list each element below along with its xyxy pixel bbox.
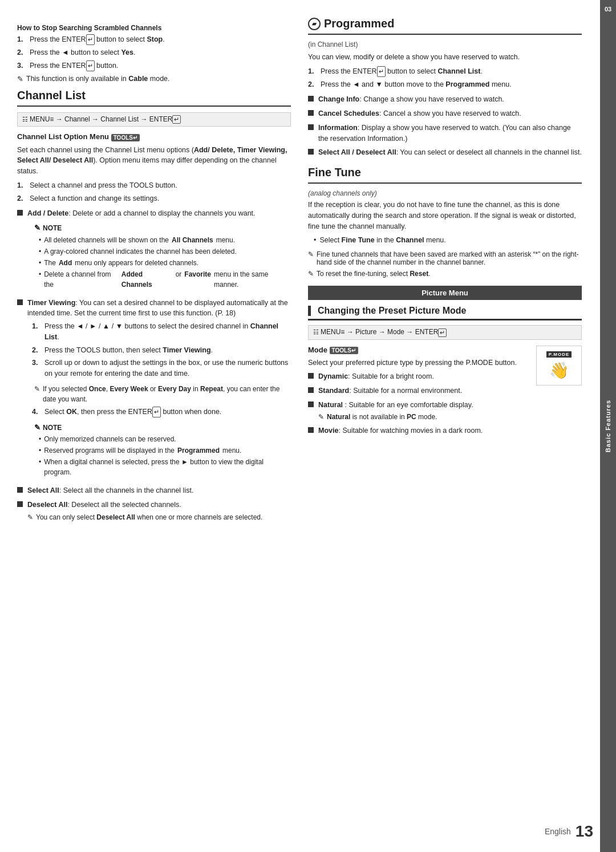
- channel-list-menu-path: ☷ MENU≡ → Channel → Channel List → ENTER…: [17, 112, 291, 127]
- square-icon: [17, 501, 23, 507]
- note-list-2: Only memorized channels can be reserved.…: [34, 434, 291, 477]
- programmed-description: You can view, modify or delete a show yo…: [308, 52, 582, 63]
- list-item: 4. Select OK, then press the ENTER↵ butt…: [32, 407, 291, 417]
- square-icon: [308, 124, 314, 130]
- channel-list-option-menu-heading: Channel List Option Menu TOOLS↵: [17, 132, 291, 141]
- pmode-image: P.MODE 👋: [536, 346, 582, 386]
- deselect-note: ✎ You can only select Deselect All when …: [27, 512, 262, 522]
- note-pencil-icon: ✎: [318, 412, 324, 422]
- enter-icon: ↵: [86, 34, 95, 45]
- chapter-label: Basic Features: [605, 400, 611, 452]
- fine-tune-note-2: ✎ To reset the fine-tuning, select Reset…: [308, 270, 582, 278]
- square-icon: [308, 110, 314, 116]
- square-icon: [308, 387, 314, 393]
- note-pencil-icon: ✎: [34, 384, 40, 394]
- picture-menu-path: ☷ MENU≡ → Picture → Mode → ENTER↵: [308, 325, 582, 339]
- analog-note: (analog channels only): [308, 189, 582, 197]
- list-item: Select Fine Tune in the Channel menu.: [314, 235, 582, 246]
- list-item: 2. Select a function and change its sett…: [17, 193, 291, 204]
- list-item: 2. Press the ◄ button to select Yes.: [17, 47, 291, 58]
- note-pencil-icon: ✎: [34, 222, 40, 234]
- square-icon: [308, 401, 314, 407]
- square-icon: [308, 149, 314, 155]
- list-item: When a digital channel is selected, pres…: [39, 457, 291, 477]
- list-item: Select All / Deselect All: You can selec…: [308, 147, 582, 158]
- list-item: Delete a channel from the Added Channels…: [39, 269, 291, 290]
- menu-icon: ☷: [313, 328, 319, 336]
- programmed-title: ▰ Programmed: [308, 17, 582, 35]
- how-to-stop-list: 1. Press the ENTER↵ button to select Sto…: [17, 34, 291, 84]
- list-item: 1. Press the ◄ / ► / ▲ / ▼ buttons to se…: [32, 321, 291, 343]
- square-icon: [17, 299, 23, 305]
- menu-icon: ☷: [22, 116, 28, 123]
- list-item: Natural : Suitable for an eye comfortabl…: [308, 400, 530, 422]
- list-item: Timer Viewing: You can set a desired cha…: [17, 298, 291, 482]
- pmode-hand-icon: 👋: [549, 361, 569, 380]
- note-pencil-icon: ✎: [17, 74, 23, 85]
- left-column: How to Stop Searching Scrambled Channels…: [17, 17, 291, 835]
- list-item: ✎ This function is only available in Cab…: [17, 74, 291, 85]
- channel-list-title: Channel List: [17, 89, 291, 107]
- note-block: ✎ NOTE All deleted channels will be show…: [27, 222, 291, 290]
- substep-note: ✎ If you selected Once, Every Week or Ev…: [27, 384, 291, 404]
- channel-list-section: Channel List ☷ MENU≡ → Channel → Channel…: [17, 89, 291, 522]
- fine-tune-title: Fine Tune: [308, 166, 582, 184]
- mode-list: Dynamic: Suitable for a bright room. Sta…: [308, 371, 530, 436]
- list-item: The Add menu only appears for deleted ch…: [39, 258, 291, 268]
- right-column: ▰ Programmed (in Channel List) You can v…: [308, 17, 582, 835]
- list-item: Select All: Select all the channels in t…: [17, 485, 291, 496]
- list-item: Only memorized channels can be reserved.: [39, 434, 291, 444]
- chapter-number: 03: [605, 6, 611, 13]
- list-item: Dynamic: Suitable for a bright room.: [308, 371, 530, 382]
- fine-tune-bullets: Select Fine Tune in the Channel menu.: [308, 235, 582, 246]
- accent-bar: [308, 306, 311, 316]
- list-item: 2. Press the ◄ and ▼ button move to the …: [308, 79, 582, 90]
- in-channel-note: (in Channel List): [308, 40, 582, 48]
- timer-viewing-steps: 1. Press the ◄ / ► / ▲ / ▼ buttons to se…: [27, 321, 291, 379]
- list-item: Cancel Schedules: Cancel a show you have…: [308, 108, 582, 119]
- note-block-2: ✎ NOTE Only memorized channels can be re…: [27, 422, 291, 478]
- list-item: 1. Press the ENTER↵ button to select Cha…: [308, 66, 582, 77]
- list-item: 3. Press the ENTER↵ button.: [17, 60, 291, 71]
- enter-icon: ↵: [377, 66, 386, 77]
- footer-page-number: 13: [576, 822, 593, 841]
- programmed-steps: 1. Press the ENTER↵ button to select Cha…: [308, 66, 582, 90]
- channel-list-items: Add / Delete: Delete or add a channel to…: [17, 208, 291, 522]
- enter-icon: ↵: [86, 60, 95, 71]
- note-list: All deleted channels will be shown on th…: [34, 235, 291, 290]
- programmed-section: ▰ Programmed (in Channel List) You can v…: [308, 17, 582, 158]
- timer-viewing-steps-cont: 4. Select OK, then press the ENTER↵ butt…: [27, 407, 291, 417]
- note-pencil-icon: ✎: [34, 422, 40, 433]
- side-tab: 03 Basic Features: [600, 0, 616, 852]
- programmed-icon: ▰: [308, 18, 321, 30]
- list-item: A gray-colored channel indicates the cha…: [39, 246, 291, 257]
- footer-language: English: [545, 827, 571, 836]
- mode-section: Mode TOOLS↵ Select your preferred pictur…: [308, 346, 582, 441]
- mode-heading: Mode TOOLS↵: [308, 346, 530, 354]
- list-item: Reserved programs will be displayed in t…: [39, 445, 291, 456]
- pmode-label: P.MODE: [546, 351, 572, 358]
- square-icon: [17, 210, 23, 216]
- square-icon: [308, 427, 314, 433]
- channel-list-steps: 1. Select a channel and press the TOOLS …: [17, 180, 291, 204]
- list-item: 1. Select a channel and press the TOOLS …: [17, 180, 291, 191]
- mode-content: Mode TOOLS↵ Select your preferred pictur…: [308, 346, 530, 441]
- tools-badge: TOOLS↵: [330, 347, 358, 354]
- enter-icon: ↵: [438, 328, 447, 337]
- footer: English 13: [545, 822, 593, 841]
- note-pencil-icon: ✎: [27, 512, 33, 522]
- square-icon: [308, 96, 314, 102]
- list-item: 1. Press the ENTER↵ button to select Sto…: [17, 34, 291, 45]
- channel-list-description: Set each channel using the Channel List …: [17, 145, 291, 177]
- list-item: 3. Scroll up or down to adjust the setti…: [32, 358, 291, 379]
- picture-menu-bar: Picture Menu: [308, 286, 582, 300]
- enter-icon: ↵: [172, 115, 181, 124]
- list-item: Standard: Suitable for a normal environm…: [308, 386, 530, 396]
- list-item: Movie: Suitable for watching movies in a…: [308, 425, 530, 436]
- list-item: 2. Press the TOOLS button, then select T…: [32, 345, 291, 356]
- fine-tune-description: If the reception is clear, you do not ha…: [308, 200, 582, 232]
- note-pencil-icon: ✎: [308, 270, 314, 278]
- list-item: Information: Display a show you have res…: [308, 123, 582, 144]
- fine-tune-section: Fine Tune (analog channels only) If the …: [308, 166, 582, 278]
- note-pencil-icon: ✎: [308, 250, 314, 258]
